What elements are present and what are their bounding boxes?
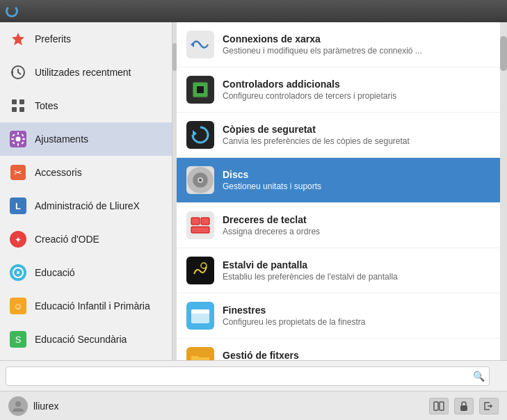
svg-marker-0 bbox=[12, 33, 24, 45]
svg-rect-36 bbox=[187, 122, 214, 148]
preferits-icon bbox=[8, 29, 28, 49]
finestres-desc: Configureu les propietats de la finestra bbox=[223, 317, 490, 327]
finestres-icon bbox=[186, 302, 214, 330]
content-scrollbar-thumb[interactable] bbox=[500, 36, 507, 71]
controladors-title: Controladors addicionals bbox=[223, 79, 490, 90]
controladors-icon bbox=[186, 76, 214, 104]
content-item-connexions[interactable]: Connexions de xarxa Gestioneu i modifiqu… bbox=[177, 22, 500, 67]
sidebar-scrollbar[interactable] bbox=[172, 22, 177, 360]
content-item-controladors[interactable]: Controladors addicionals Configureu cont… bbox=[177, 67, 500, 113]
sidebar-item-educacio-infantil[interactable]: ☺ Educació Infantil i Primària bbox=[0, 289, 172, 323]
copies-title: Còpies de seguretat bbox=[223, 124, 490, 135]
content-scrollbar[interactable] bbox=[500, 22, 507, 360]
gestio-text: Gestió de fitxers Canvieu l'aparença i e… bbox=[223, 350, 490, 360]
controladors-text: Controladors addicionals Configureu cont… bbox=[223, 79, 490, 101]
svg-text:✂: ✂ bbox=[14, 167, 22, 178]
footer-bar: lliurex bbox=[0, 391, 507, 420]
connexions-text: Connexions de xarxa Gestioneu i modifiqu… bbox=[223, 33, 490, 56]
search-input[interactable] bbox=[6, 366, 490, 386]
svg-text:L: L bbox=[15, 201, 21, 211]
discs-icon bbox=[186, 166, 214, 194]
search-button[interactable]: 🔍 bbox=[473, 371, 485, 382]
sidebar-item-educacio[interactable]: Educació bbox=[0, 256, 172, 289]
secundaria-icon: S bbox=[8, 330, 28, 349]
footer-lock-button[interactable] bbox=[454, 398, 474, 414]
content-list: Connexions de xarxa Gestioneu i modifiqu… bbox=[177, 22, 500, 360]
sidebar-label-preferits: Preferits bbox=[35, 33, 71, 45]
content-item-estalvi[interactable]: Estalvi de pantalla Establiu les preferè… bbox=[177, 248, 500, 293]
sidebar-item-utilitzades[interactable]: Utilitzades recentment bbox=[0, 56, 172, 89]
sidebar-list: Preferits Utilitzades recentment bbox=[0, 22, 172, 360]
gestio-title: Gestió de fitxers bbox=[223, 350, 490, 360]
finestres-title: Finestres bbox=[223, 305, 490, 316]
content-item-dreceres[interactable]: Dreceres de teclat Assigna dreceres a or… bbox=[177, 203, 500, 248]
finestres-text: Finestres Configureu les propietats de l… bbox=[223, 305, 490, 327]
sidebar-item-ajustaments[interactable]: Ajustaments bbox=[0, 122, 172, 156]
lliurex-icon: L bbox=[8, 196, 28, 216]
history-icon bbox=[8, 63, 28, 82]
app-spinner-icon bbox=[6, 5, 18, 17]
svg-rect-11 bbox=[22, 138, 25, 140]
svg-text:✦: ✦ bbox=[15, 235, 22, 245]
sidebar-item-educacio-secundaria[interactable]: S Educació Secundària bbox=[0, 323, 172, 356]
infantil-icon: ☺ bbox=[8, 296, 28, 316]
educacio-icon bbox=[8, 263, 28, 282]
svg-point-24 bbox=[17, 271, 19, 274]
connexions-title: Connexions de xarxa bbox=[223, 33, 490, 45]
sidebar-scrollbar-thumb[interactable] bbox=[172, 43, 177, 71]
svg-point-55 bbox=[15, 401, 21, 407]
svg-text:☺: ☺ bbox=[13, 301, 22, 312]
sidebar-item-totes[interactable]: Totes bbox=[0, 89, 172, 122]
title-bar bbox=[0, 0, 507, 22]
svg-rect-2 bbox=[12, 99, 17, 104]
discs-text: Discs Gestioneu unitats i suports bbox=[223, 169, 490, 191]
estalvi-desc: Establiu les preferències de l'estalvi d… bbox=[223, 272, 490, 282]
content-item-gestio[interactable]: Gestió de fitxers Canvieu l'aparença i e… bbox=[177, 339, 500, 360]
footer-user: lliurex bbox=[8, 396, 429, 416]
copies-text: Còpies de seguretat Canvia les preferènc… bbox=[223, 124, 490, 146]
svg-rect-5 bbox=[19, 107, 24, 112]
svg-point-41 bbox=[199, 179, 202, 181]
content-item-copies[interactable]: Còpies de seguretat Canvia les preferènc… bbox=[177, 113, 500, 158]
footer-session-button[interactable] bbox=[429, 398, 449, 414]
copies-icon bbox=[186, 121, 214, 149]
dreceres-icon bbox=[186, 211, 214, 239]
gestio-icon bbox=[186, 347, 214, 360]
discs-title: Discs bbox=[223, 169, 490, 180]
sidebar-item-administracio[interactable]: L Administració de LliureX bbox=[0, 189, 172, 223]
sidebar-label-totes: Totes bbox=[35, 100, 58, 111]
footer-logout-button[interactable] bbox=[479, 398, 499, 414]
copies-desc: Canvia les preferències de les còpies de… bbox=[223, 136, 490, 146]
search-bar: 🔍 bbox=[0, 360, 507, 391]
sidebar-label-educacio: Educació bbox=[35, 267, 75, 278]
svg-rect-10 bbox=[11, 138, 14, 140]
dreceres-desc: Assigna dreceres a ordres bbox=[223, 227, 490, 236]
controladors-desc: Configureu controladors de tercers i pro… bbox=[223, 91, 490, 101]
main-container: Preferits Utilitzades recentment bbox=[0, 22, 507, 360]
svg-rect-45 bbox=[191, 227, 209, 233]
svg-rect-44 bbox=[201, 218, 209, 225]
svg-rect-50 bbox=[191, 309, 209, 314]
content-item-discs[interactable]: Discs Gestioneu unitats i suports bbox=[177, 158, 500, 203]
sidebar-label-ajustaments: Ajustaments bbox=[35, 134, 88, 145]
content-item-finestres[interactable]: Finestres Configureu les propietats de l… bbox=[177, 293, 500, 339]
connexions-icon bbox=[186, 31, 214, 58]
sidebar-label-accessoris: Accessoris bbox=[35, 167, 82, 178]
gear-icon bbox=[8, 129, 28, 149]
discs-desc: Gestioneu unitats i suports bbox=[223, 181, 490, 191]
svg-rect-8 bbox=[17, 132, 19, 135]
grid-icon bbox=[8, 96, 28, 115]
svg-point-7 bbox=[16, 137, 21, 142]
svg-rect-56 bbox=[434, 402, 438, 410]
sidebar-item-creacio[interactable]: ✦ Creació d'ODE bbox=[0, 223, 172, 256]
sidebar-item-accessoris[interactable]: ✂ Accessoris bbox=[0, 156, 172, 189]
sidebar-label-educacio-secundaria: Educació Secundària bbox=[35, 334, 127, 345]
svg-rect-4 bbox=[12, 107, 17, 112]
svg-rect-3 bbox=[19, 99, 24, 104]
svg-rect-9 bbox=[17, 143, 19, 146]
svg-rect-42 bbox=[187, 212, 214, 239]
estalvi-text: Estalvi de pantalla Establiu les preferè… bbox=[223, 259, 490, 282]
sidebar-label-administracio: Administració de LliureX bbox=[35, 200, 140, 211]
scissors-icon: ✂ bbox=[8, 163, 28, 182]
sidebar-item-preferits[interactable]: Preferits bbox=[0, 22, 172, 56]
